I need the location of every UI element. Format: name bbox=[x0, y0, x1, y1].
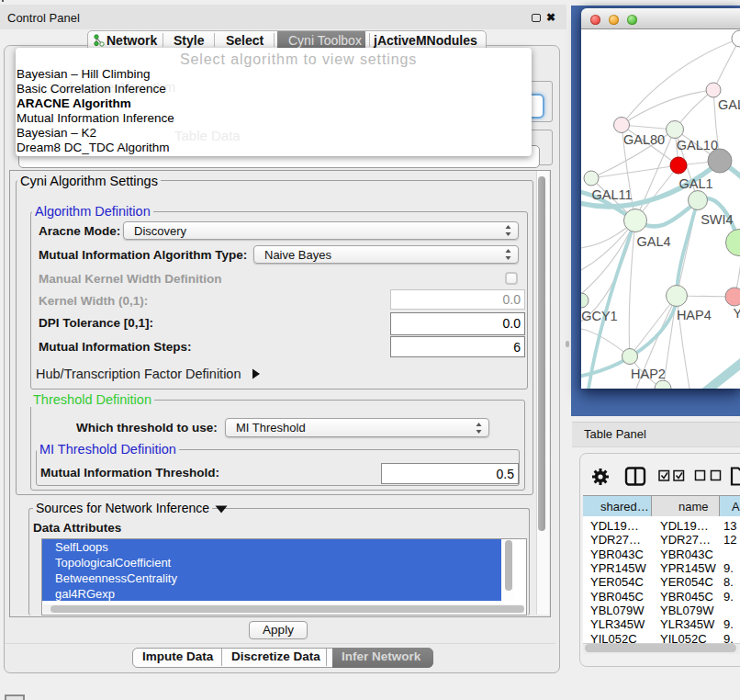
svg-text:GAL4: GAL4 bbox=[637, 234, 671, 249]
svg-text:HAP4: HAP4 bbox=[677, 308, 712, 322]
svg-text:GAL80: GAL80 bbox=[623, 132, 665, 147]
svg-text:SWI4: SWI4 bbox=[701, 212, 733, 227]
svg-text:GAL7: GAL7 bbox=[718, 97, 740, 112]
svg-text:GAL10: GAL10 bbox=[677, 138, 718, 152]
svg-text:GAL11: GAL11 bbox=[592, 187, 633, 202]
svg-text:Y: Y bbox=[734, 306, 740, 321]
svg-text:HAP2: HAP2 bbox=[631, 367, 666, 381]
svg-text:GCY1: GCY1 bbox=[581, 309, 618, 323]
svg-text:GAL1: GAL1 bbox=[679, 176, 713, 191]
